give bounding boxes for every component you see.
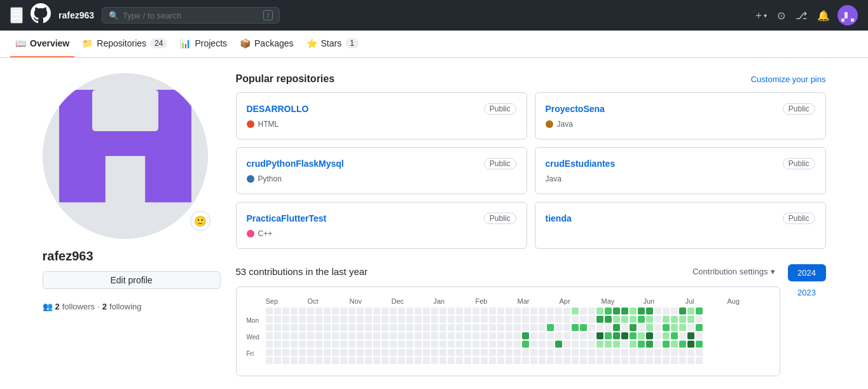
contrib-cell[interactable] [522,308,529,315]
contrib-cell[interactable] [365,324,372,331]
contrib-cell[interactable] [481,341,488,348]
contrib-cell[interactable] [282,357,289,364]
contrib-cell[interactable] [431,349,438,356]
contrib-cell[interactable] [687,349,694,356]
issues-button[interactable]: ⊙ [775,7,788,24]
contrib-cell[interactable] [390,308,397,315]
contrib-cell[interactable] [638,349,645,356]
contrib-cell[interactable] [324,357,331,364]
contrib-cell[interactable] [340,324,347,331]
contrib-cell[interactable] [605,332,612,339]
contrib-cell[interactable] [423,357,430,364]
contrib-cell[interactable] [563,324,570,331]
contrib-cell[interactable] [588,316,595,323]
following-link[interactable]: 2 [102,302,107,311]
contrib-cell[interactable] [530,357,537,364]
contrib-cell[interactable] [514,308,521,315]
contrib-cell[interactable] [291,349,298,356]
contrib-cell[interactable] [671,341,678,348]
contrib-cell[interactable] [613,308,620,315]
contrib-cell[interactable] [654,357,661,364]
contrib-cell[interactable] [663,349,670,356]
contrib-cell[interactable] [448,357,455,364]
contrib-cell[interactable] [621,324,628,331]
contrib-cell[interactable] [348,308,355,315]
contrib-cell[interactable] [687,357,694,364]
contrib-cell[interactable] [555,357,562,364]
contrib-cell[interactable] [638,324,645,331]
contrib-cell[interactable] [390,316,397,323]
contrib-cell[interactable] [315,349,322,356]
contrib-cell[interactable] [671,349,678,356]
contrib-cell[interactable] [357,332,364,339]
contrib-cell[interactable] [555,349,562,356]
contrib-cell[interactable] [489,357,496,364]
contrib-cell[interactable] [390,332,397,339]
contrib-cell[interactable] [679,324,686,331]
search-input[interactable] [123,11,259,20]
contrib-cell[interactable] [497,308,504,315]
contrib-cell[interactable] [687,316,694,323]
contrib-cell[interactable] [332,308,339,315]
contrib-cell[interactable] [679,316,686,323]
contrib-cell[interactable] [605,324,612,331]
contrib-cell[interactable] [687,324,694,331]
contrib-cell[interactable] [390,357,397,364]
contrib-cell[interactable] [282,349,289,356]
contrib-cell[interactable] [448,308,455,315]
contrib-cell[interactable] [489,324,496,331]
contrib-cell[interactable] [506,341,513,348]
contrib-cell[interactable] [307,308,314,315]
contrib-cell[interactable] [654,349,661,356]
contribution-settings-button[interactable]: Contribution settings ▾ [687,264,780,279]
tab-projects[interactable]: 📊 Projects [175,31,232,57]
contrib-cell[interactable] [646,308,653,315]
tab-overview[interactable]: 📖 Overview [10,31,74,57]
contrib-cell[interactable] [456,349,463,356]
contrib-cell[interactable] [382,341,389,348]
contrib-cell[interactable] [530,341,537,348]
contrib-cell[interactable] [307,332,314,339]
contrib-cell[interactable] [497,341,504,348]
contrib-cell[interactable] [291,357,298,364]
contrib-cell[interactable] [472,349,479,356]
contrib-cell[interactable] [671,316,678,323]
contrib-cell[interactable] [266,308,273,315]
contrib-cell[interactable] [530,308,537,315]
contrib-cell[interactable] [605,357,612,364]
contrib-cell[interactable] [332,316,339,323]
contrib-cell[interactable] [588,308,595,315]
contrib-cell[interactable] [654,332,661,339]
contrib-cell[interactable] [497,332,504,339]
contrib-cell[interactable] [348,349,355,356]
contrib-cell[interactable] [373,341,380,348]
contrib-cell[interactable] [423,324,430,331]
contrib-cell[interactable] [630,324,637,331]
contrib-cell[interactable] [522,357,529,364]
contrib-cell[interactable] [448,316,455,323]
contrib-cell[interactable] [588,332,595,339]
contrib-cell[interactable] [613,324,620,331]
contrib-cell[interactable] [315,332,322,339]
year-button-2024[interactable]: 2024 [788,264,826,281]
contrib-cell[interactable] [357,349,364,356]
customize-pins-link[interactable]: Customize your pins [751,74,826,84]
contrib-cell[interactable] [630,357,637,364]
contrib-cell[interactable] [307,357,314,364]
contrib-cell[interactable] [431,357,438,364]
contrib-cell[interactable] [547,324,554,331]
contrib-cell[interactable] [679,349,686,356]
contrib-cell[interactable] [563,308,570,315]
contrib-cell[interactable] [472,341,479,348]
contrib-cell[interactable] [307,349,314,356]
contrib-cell[interactable] [489,341,496,348]
contrib-cell[interactable] [315,316,322,323]
contrib-cell[interactable] [646,332,653,339]
contrib-cell[interactable] [299,349,306,356]
contrib-cell[interactable] [596,316,603,323]
contrib-cell[interactable] [580,332,587,339]
contrib-cell[interactable] [588,349,595,356]
hamburger-button[interactable]: ☰ [10,7,23,24]
user-avatar[interactable] [837,5,858,25]
contrib-cell[interactable] [654,308,661,315]
